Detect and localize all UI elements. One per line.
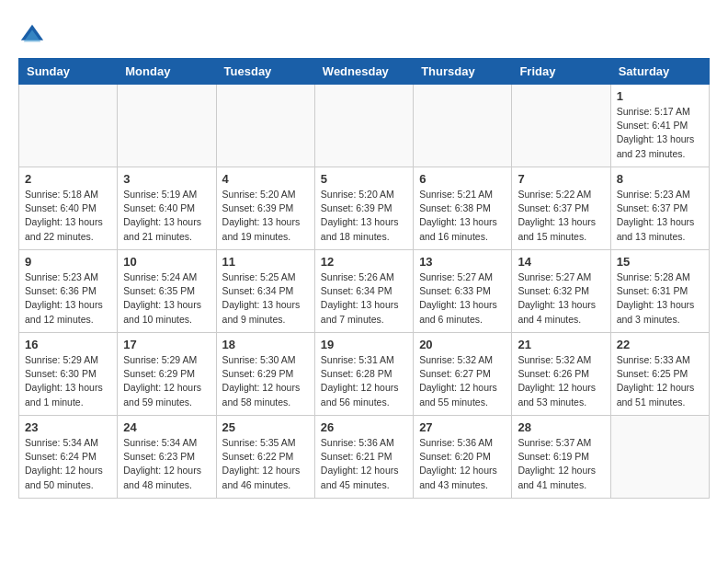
- weekday-header-saturday: Saturday: [610, 59, 709, 85]
- calendar-cell: [314, 85, 413, 167]
- day-info: Sunrise: 5:35 AM Sunset: 6:22 PM Dayligh…: [222, 436, 309, 492]
- calendar-cell: 19Sunrise: 5:31 AM Sunset: 6:28 PM Dayli…: [314, 333, 413, 416]
- weekday-header-monday: Monday: [118, 59, 216, 85]
- calendar-cell: 10Sunrise: 5:24 AM Sunset: 6:35 PM Dayli…: [118, 250, 216, 333]
- day-info: Sunrise: 5:36 AM Sunset: 6:20 PM Dayligh…: [419, 436, 506, 492]
- day-number: 28: [518, 420, 604, 434]
- day-number: 3: [123, 172, 210, 186]
- calendar-cell: 27Sunrise: 5:36 AM Sunset: 6:20 PM Dayli…: [414, 416, 512, 499]
- day-number: 25: [222, 420, 309, 434]
- day-number: 23: [25, 420, 111, 434]
- calendar-cell: 17Sunrise: 5:29 AM Sunset: 6:29 PM Dayli…: [118, 333, 216, 416]
- calendar-cell: 22Sunrise: 5:33 AM Sunset: 6:25 PM Dayli…: [610, 333, 709, 416]
- calendar-cell: 1Sunrise: 5:17 AM Sunset: 6:41 PM Daylig…: [610, 85, 709, 167]
- calendar-cell: 8Sunrise: 5:23 AM Sunset: 6:37 PM Daylig…: [610, 167, 709, 250]
- day-info: Sunrise: 5:18 AM Sunset: 6:40 PM Dayligh…: [25, 188, 111, 244]
- day-number: 16: [25, 338, 111, 351]
- day-number: 1: [617, 89, 703, 103]
- calendar-cell: 6Sunrise: 5:21 AM Sunset: 6:38 PM Daylig…: [414, 167, 512, 250]
- day-number: 13: [419, 255, 506, 269]
- day-number: 9: [25, 255, 111, 269]
- day-number: 20: [419, 338, 506, 351]
- day-number: 14: [518, 255, 604, 269]
- calendar-week-row: 23Sunrise: 5:34 AM Sunset: 6:24 PM Dayli…: [19, 416, 710, 499]
- calendar-cell: [610, 416, 709, 499]
- day-info: Sunrise: 5:30 AM Sunset: 6:29 PM Dayligh…: [222, 353, 309, 409]
- day-number: 18: [222, 338, 309, 351]
- calendar-cell: [216, 85, 314, 167]
- calendar-cell: 25Sunrise: 5:35 AM Sunset: 6:22 PM Dayli…: [216, 416, 314, 499]
- weekday-header-sunday: Sunday: [19, 59, 118, 85]
- calendar-cell: 16Sunrise: 5:29 AM Sunset: 6:30 PM Dayli…: [19, 333, 118, 416]
- day-info: Sunrise: 5:25 AM Sunset: 6:34 PM Dayligh…: [222, 270, 309, 327]
- day-info: Sunrise: 5:20 AM Sunset: 6:39 PM Dayligh…: [321, 188, 407, 244]
- calendar-cell: 14Sunrise: 5:27 AM Sunset: 6:32 PM Dayli…: [512, 250, 610, 333]
- day-info: Sunrise: 5:22 AM Sunset: 6:37 PM Dayligh…: [518, 188, 604, 244]
- calendar-cell: 21Sunrise: 5:32 AM Sunset: 6:26 PM Dayli…: [512, 333, 610, 416]
- day-info: Sunrise: 5:24 AM Sunset: 6:35 PM Dayligh…: [123, 270, 210, 327]
- calendar-cell: 24Sunrise: 5:34 AM Sunset: 6:23 PM Dayli…: [118, 416, 216, 499]
- day-info: Sunrise: 5:28 AM Sunset: 6:31 PM Dayligh…: [617, 270, 703, 327]
- calendar-cell: 9Sunrise: 5:23 AM Sunset: 6:36 PM Daylig…: [19, 250, 118, 333]
- calendar-week-row: 1Sunrise: 5:17 AM Sunset: 6:41 PM Daylig…: [19, 85, 710, 167]
- day-info: Sunrise: 5:29 AM Sunset: 6:30 PM Dayligh…: [25, 353, 111, 409]
- calendar-week-row: 16Sunrise: 5:29 AM Sunset: 6:30 PM Dayli…: [19, 333, 710, 416]
- day-number: 15: [617, 255, 703, 269]
- calendar-cell: [512, 85, 610, 167]
- day-info: Sunrise: 5:37 AM Sunset: 6:19 PM Dayligh…: [518, 436, 604, 492]
- day-info: Sunrise: 5:36 AM Sunset: 6:21 PM Dayligh…: [321, 436, 407, 492]
- day-info: Sunrise: 5:34 AM Sunset: 6:23 PM Dayligh…: [123, 436, 210, 492]
- logo-icon: [19, 23, 45, 49]
- day-number: 24: [123, 420, 210, 434]
- calendar-cell: 3Sunrise: 5:19 AM Sunset: 6:40 PM Daylig…: [118, 167, 216, 250]
- day-info: Sunrise: 5:27 AM Sunset: 6:32 PM Dayligh…: [518, 270, 604, 327]
- weekday-header-thursday: Thursday: [414, 59, 512, 85]
- calendar-header-row: SundayMondayTuesdayWednesdayThursdayFrid…: [19, 59, 710, 85]
- day-info: Sunrise: 5:32 AM Sunset: 6:26 PM Dayligh…: [518, 353, 604, 409]
- calendar-cell: 2Sunrise: 5:18 AM Sunset: 6:40 PM Daylig…: [19, 167, 118, 250]
- calendar-cell: [414, 85, 512, 167]
- day-number: 22: [617, 338, 703, 351]
- day-info: Sunrise: 5:19 AM Sunset: 6:40 PM Dayligh…: [123, 188, 210, 244]
- day-number: 4: [222, 172, 309, 186]
- day-info: Sunrise: 5:27 AM Sunset: 6:33 PM Dayligh…: [419, 270, 506, 327]
- day-info: Sunrise: 5:26 AM Sunset: 6:34 PM Dayligh…: [321, 270, 407, 327]
- day-number: 19: [321, 338, 407, 351]
- calendar-cell: 18Sunrise: 5:30 AM Sunset: 6:29 PM Dayli…: [216, 333, 314, 416]
- day-info: Sunrise: 5:29 AM Sunset: 6:29 PM Dayligh…: [123, 353, 210, 409]
- day-number: 21: [518, 338, 604, 351]
- day-number: 8: [617, 172, 703, 186]
- weekday-header-friday: Friday: [512, 59, 610, 85]
- calendar-cell: 23Sunrise: 5:34 AM Sunset: 6:24 PM Dayli…: [19, 416, 118, 499]
- day-number: 10: [123, 255, 210, 269]
- day-info: Sunrise: 5:20 AM Sunset: 6:39 PM Dayligh…: [222, 188, 309, 244]
- calendar-cell: 11Sunrise: 5:25 AM Sunset: 6:34 PM Dayli…: [216, 250, 314, 333]
- day-info: Sunrise: 5:32 AM Sunset: 6:27 PM Dayligh…: [419, 353, 506, 409]
- day-number: 26: [321, 420, 407, 434]
- calendar-cell: 12Sunrise: 5:26 AM Sunset: 6:34 PM Dayli…: [314, 250, 413, 333]
- day-number: 7: [518, 172, 604, 186]
- day-info: Sunrise: 5:33 AM Sunset: 6:25 PM Dayligh…: [617, 353, 703, 409]
- logo: [18, 23, 45, 49]
- calendar-cell: [118, 85, 216, 167]
- day-number: 5: [321, 172, 407, 186]
- calendar-cell: 5Sunrise: 5:20 AM Sunset: 6:39 PM Daylig…: [314, 167, 413, 250]
- day-info: Sunrise: 5:34 AM Sunset: 6:24 PM Dayligh…: [25, 436, 111, 492]
- weekday-header-tuesday: Tuesday: [216, 59, 314, 85]
- header: [18, 18, 710, 49]
- day-info: Sunrise: 5:23 AM Sunset: 6:37 PM Dayligh…: [617, 188, 703, 244]
- day-info: Sunrise: 5:31 AM Sunset: 6:28 PM Dayligh…: [321, 353, 407, 409]
- day-number: 12: [321, 255, 407, 269]
- weekday-header-wednesday: Wednesday: [314, 59, 413, 85]
- calendar-week-row: 2Sunrise: 5:18 AM Sunset: 6:40 PM Daylig…: [19, 167, 710, 250]
- calendar-cell: 4Sunrise: 5:20 AM Sunset: 6:39 PM Daylig…: [216, 167, 314, 250]
- day-number: 27: [419, 420, 506, 434]
- day-number: 2: [25, 172, 111, 186]
- day-number: 6: [419, 172, 506, 186]
- calendar-cell: 20Sunrise: 5:32 AM Sunset: 6:27 PM Dayli…: [414, 333, 512, 416]
- calendar-cell: [19, 85, 118, 167]
- day-number: 11: [222, 255, 309, 269]
- day-info: Sunrise: 5:23 AM Sunset: 6:36 PM Dayligh…: [25, 270, 111, 327]
- calendar-cell: 7Sunrise: 5:22 AM Sunset: 6:37 PM Daylig…: [512, 167, 610, 250]
- day-number: 17: [123, 338, 210, 351]
